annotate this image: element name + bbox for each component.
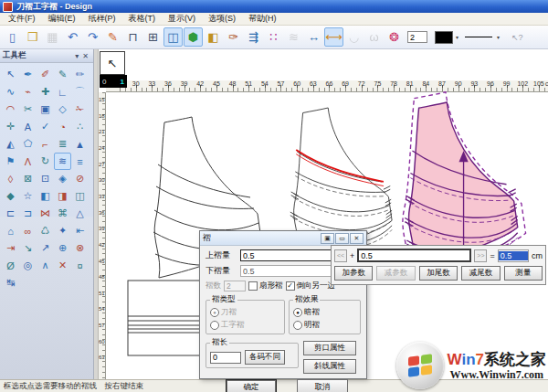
context-help-button[interactable]: ↖? <box>511 33 523 42</box>
redo-icon[interactable]: ↷ <box>83 27 102 47</box>
tool-icon[interactable]: △ <box>71 205 89 222</box>
tool-icon[interactable]: ✎ <box>54 66 71 83</box>
measure-line-icon[interactable]: ↔ <box>304 27 323 47</box>
dialog-collapse-button[interactable]: ▭ <box>335 233 349 244</box>
color-swatch[interactable] <box>435 31 453 44</box>
tool-icon[interactable]: ✒ <box>19 66 37 83</box>
tool-icon[interactable]: ✚ <box>37 83 54 101</box>
add-tail-button[interactable]: 加尾数 <box>419 266 458 281</box>
slash-props-button[interactable]: 斜线属性 <box>303 359 356 374</box>
tool-icon[interactable]: ⊗ <box>71 239 89 257</box>
tool-icon[interactable]: ✛ <box>2 118 19 135</box>
tool-icon[interactable]: ⌒ <box>71 83 89 101</box>
move-point-icon[interactable]: ⇶ <box>244 27 263 47</box>
tool-icon[interactable]: ✓ <box>37 118 54 135</box>
tool-icon[interactable]: ✐ <box>37 66 54 83</box>
size-table-icon[interactable]: ⊞ <box>143 27 163 47</box>
line-style-selector[interactable] <box>465 32 494 43</box>
undo-icon[interactable]: ↶ <box>63 27 82 47</box>
tool-icon[interactable]: ⊡ <box>37 170 54 187</box>
tool-icon[interactable]: A <box>19 118 37 135</box>
menu-item[interactable]: 纸样(P) <box>82 13 122 25</box>
tool-icon[interactable]: ◈ <box>54 170 71 187</box>
pen-tool-icon[interactable]: ✎ <box>103 27 122 47</box>
tool-icon[interactable]: ⌘ <box>54 205 71 222</box>
menu-item[interactable]: 帮助(H) <box>242 13 283 25</box>
dialog-titlebar[interactable]: 褶 ▣ ▭ ✕ <box>200 231 366 246</box>
tool-icon[interactable]: ⬠ <box>19 135 37 153</box>
pin-icon[interactable]: ▾ <box>73 50 80 62</box>
tool-icon[interactable]: ▣ <box>37 101 54 118</box>
tool-icon[interactable]: ⊏ <box>2 205 19 222</box>
dialog-close-button[interactable]: ✕ <box>350 233 364 244</box>
curve-tool-icon[interactable]: ≋ <box>284 27 303 47</box>
tool-icon[interactable]: ▲ <box>71 135 89 153</box>
sub-param-button[interactable]: 减参数 <box>376 266 415 281</box>
tool-icon[interactable]: ◫ <box>71 187 89 205</box>
tool-icon[interactable]: ∴ <box>71 118 89 135</box>
tool-icon[interactable]: ✕ <box>54 257 71 274</box>
tool-icon[interactable]: ◭ <box>2 135 19 153</box>
prev-value-button[interactable]: << <box>334 249 347 262</box>
menu-item[interactable]: 文件(F) <box>2 13 42 25</box>
brush-tool-icon[interactable]: ✑ <box>224 27 243 47</box>
tool-icon[interactable]: ≣ <box>54 135 71 153</box>
tool-icon[interactable]: ☆ <box>19 187 37 205</box>
rack-tool-icon[interactable]: ⊓ <box>123 27 142 47</box>
line-width-input[interactable] <box>407 31 427 43</box>
chart-tool-icon[interactable]: ∷ <box>264 27 283 47</box>
dialog-keyboard-button[interactable]: ▣ <box>321 233 334 244</box>
add-param-button[interactable]: 加参数 <box>334 266 373 281</box>
per-size-button[interactable]: 各码不同 <box>245 350 285 365</box>
tool-icon[interactable]: ∿ <box>2 83 19 101</box>
fold-other-side-checkbox[interactable]: ✓ 倒向另一边 <box>286 281 336 291</box>
tool-icon[interactable]: ↖ <box>2 66 19 83</box>
tool-icon[interactable]: ⋈ <box>37 205 54 222</box>
visible-pleat-radio[interactable]: 明褶 <box>293 320 320 331</box>
menu-item[interactable]: 表格(T) <box>122 13 163 25</box>
tool-icon[interactable]: ⌐ <box>37 135 54 153</box>
tool-icon[interactable]: ◊ <box>2 170 19 187</box>
tool-icon[interactable]: ⌁ <box>19 83 37 101</box>
tool-icon[interactable]: ⊕ <box>54 239 71 257</box>
tool-icon[interactable]: ↻ <box>37 153 54 170</box>
measure-button[interactable]: 测量 <box>504 266 543 281</box>
sub-tail-button[interactable]: 减尾数 <box>461 266 500 281</box>
color-wheel-icon[interactable]: ❂ <box>385 27 404 47</box>
menu-item[interactable]: 显示(V) <box>162 13 202 25</box>
tool-icon[interactable]: ◠ <box>2 101 19 118</box>
tool-icon[interactable]: ♺ <box>37 222 54 239</box>
tool-icon[interactable]: ⌂ <box>2 222 19 239</box>
pattern-view-icon[interactable]: ⬢ <box>184 27 203 47</box>
cancel-button[interactable]: 取消 <box>297 379 348 392</box>
tool-icon[interactable]: ◨ <box>54 187 71 205</box>
dart-v-icon[interactable]: ◡ <box>344 27 364 47</box>
measure-seg-icon[interactable]: ⟷ <box>324 27 343 47</box>
open-file-icon[interactable]: ❒ <box>23 27 42 47</box>
tool-icon[interactable]: ⇤ <box>71 222 89 239</box>
menu-item[interactable]: 选项(S) <box>202 13 242 25</box>
result-field[interactable]: 0.5 <box>498 249 529 262</box>
tool-icon[interactable]: ✦ <box>54 222 71 239</box>
tool-icon[interactable]: ≡ <box>71 153 89 170</box>
line-style-dropdown-icon[interactable]: ▾ <box>497 34 500 40</box>
menu-item[interactable]: 编辑(E) <box>42 13 82 25</box>
save-file-icon[interactable]: ▦ <box>43 27 62 47</box>
title-bar[interactable]: 刀褶工字褶 - Design <box>0 0 548 13</box>
tool-icon[interactable]: ⚑ <box>2 153 19 170</box>
palette-header[interactable]: 工具栏 ▾ ✕ <box>0 49 93 63</box>
tool-icon[interactable]: ◔ <box>54 118 71 135</box>
tool-icon[interactable]: ◧ <box>37 187 54 205</box>
tool-icon[interactable]: ⊐ <box>19 205 37 222</box>
tool-icon[interactable]: ⊠ <box>19 170 37 187</box>
next-value-button[interactable]: >> <box>474 249 487 262</box>
tool-icon[interactable]: ↘ <box>19 239 37 257</box>
swatch-dropdown-icon[interactable]: ▾ <box>456 34 458 40</box>
tool-icon[interactable]: Ø <box>2 257 19 274</box>
tool-icon[interactable]: ¤ <box>71 257 89 274</box>
tool-icon[interactable]: ✏ <box>71 66 89 83</box>
dart-w-icon[interactable]: ω <box>364 27 384 47</box>
ok-button[interactable]: 确定 <box>226 379 277 392</box>
tool-icon[interactable]: ⊘ <box>71 170 89 187</box>
tool-icon[interactable]: ∞ <box>19 222 37 239</box>
